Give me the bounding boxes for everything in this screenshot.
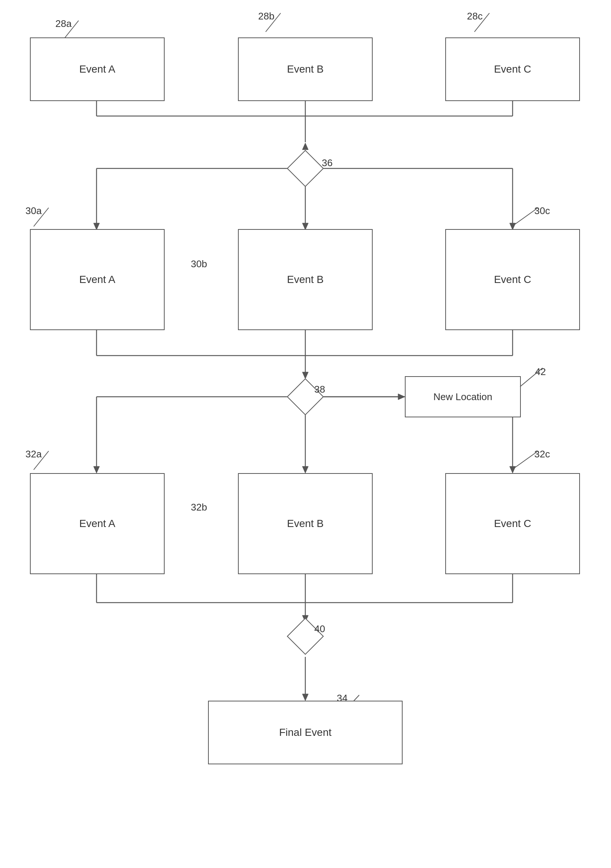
diamond-36-label: 36 xyxy=(322,157,333,169)
event-box-32a: Event A xyxy=(30,473,165,574)
ref-32a: 32a xyxy=(25,448,42,460)
diamond-38-label: 38 xyxy=(314,384,325,395)
event-box-28a: Event A xyxy=(30,37,165,101)
diagram-container: 28a 28b 28c Event A Event B Event C 36 3… xyxy=(0,0,611,868)
event-box-30a: Event A xyxy=(30,229,165,330)
ref-28b: 28b xyxy=(258,11,274,22)
diamond-36 xyxy=(287,150,324,187)
svg-marker-37 xyxy=(302,694,308,701)
event-box-28b: Event B xyxy=(238,37,373,101)
svg-marker-19 xyxy=(302,372,308,379)
ref-28a: 28a xyxy=(56,18,71,29)
event-box-32b: Event B xyxy=(238,473,373,574)
ref-30b: 30b xyxy=(191,258,207,270)
ref-30c: 30c xyxy=(534,205,550,217)
svg-marker-21 xyxy=(398,394,405,400)
ref-32b: 32b xyxy=(191,502,207,513)
event-box-30b: Event B xyxy=(238,229,373,330)
event-box-28c: Event C xyxy=(445,37,580,101)
ref-32c: 32c xyxy=(534,448,550,460)
svg-marker-24 xyxy=(94,467,99,473)
svg-marker-5 xyxy=(302,143,308,150)
svg-marker-26 xyxy=(302,467,308,473)
ref-30a: 30a xyxy=(25,205,42,217)
event-box-32c: Event C xyxy=(445,473,580,574)
final-event-box: Final Event xyxy=(208,701,402,764)
diamond-40-label: 40 xyxy=(314,623,325,635)
svg-marker-29 xyxy=(510,467,515,473)
event-box-30c: Event C xyxy=(445,229,580,330)
ref-42: 42 xyxy=(535,366,546,378)
new-location-box: New Location xyxy=(405,376,521,417)
ref-28c: 28c xyxy=(467,11,483,22)
